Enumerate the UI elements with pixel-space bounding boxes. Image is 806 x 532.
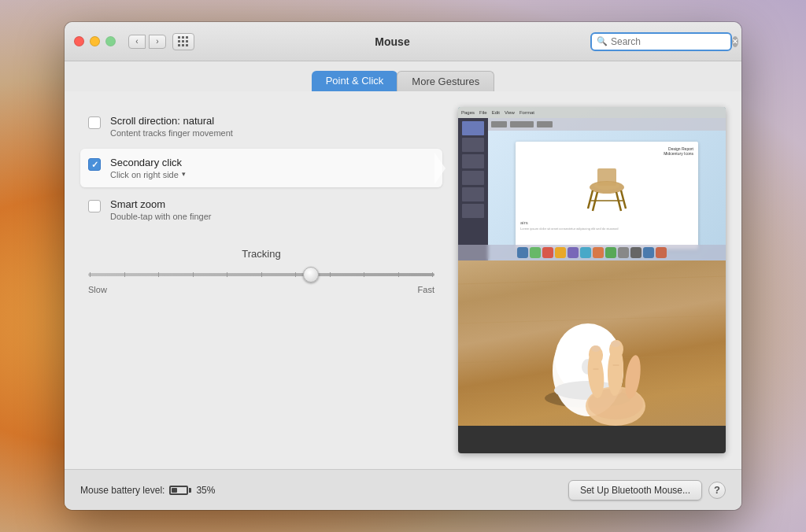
smart-zoom-option: Smart zoom Double-tap with one finger (80, 190, 442, 229)
search-clear-button[interactable]: ✕ (732, 36, 738, 47)
chair-image (575, 157, 638, 220)
bluetooth-button[interactable]: Set Up Bluetooth Mouse... (568, 480, 702, 501)
mouse-photo (458, 260, 726, 426)
battery-label: Mouse battery level: (80, 485, 165, 496)
title-bar: ‹ › Mouse 🔍 ✕ (65, 22, 741, 61)
main-content: Scroll direction: natural Content tracks… (65, 91, 741, 469)
svg-line-2 (588, 190, 593, 209)
nav-buttons: ‹ › (128, 35, 166, 49)
arrow-pointer-shape (434, 153, 446, 184)
help-button[interactable]: ? (708, 482, 726, 499)
svg-line-3 (621, 190, 626, 209)
sidebar-preview (458, 118, 488, 260)
smart-zoom-checkbox[interactable] (88, 200, 101, 212)
forward-button[interactable]: › (149, 35, 166, 49)
search-input[interactable] (611, 36, 729, 47)
svg-line-4 (593, 192, 597, 211)
scroll-direction-option: Scroll direction: natural Content tracks… (80, 107, 442, 146)
svg-line-9 (458, 316, 726, 323)
svg-line-8 (458, 276, 726, 284)
battery-body (169, 486, 188, 495)
checkmark-icon: ✓ (91, 161, 98, 169)
svg-point-28 (611, 341, 620, 347)
battery-icon (169, 486, 191, 495)
scroll-direction-checkbox[interactable] (88, 116, 101, 129)
tracking-slider-track (88, 268, 434, 282)
dock-preview (458, 245, 726, 260)
battery-tip (189, 488, 191, 493)
tracking-label: Tracking (88, 248, 434, 260)
screen-preview: Pages File Edit View Format (458, 107, 726, 260)
slider-container: Slow Fast (88, 268, 434, 294)
smart-zoom-title: Smart zoom (110, 198, 434, 210)
svg-point-27 (591, 345, 601, 352)
tracking-section: Tracking (80, 248, 442, 294)
dropdown-arrow-icon[interactable]: ▾ (182, 170, 186, 178)
close-button[interactable] (74, 36, 84, 46)
smart-zoom-subtitle: Double-tap with one finger (110, 212, 434, 221)
scroll-direction-subtitle: Content tracks finger movement (110, 128, 434, 138)
grid-button[interactable] (172, 33, 194, 50)
right-panel: Pages File Edit View Format (458, 107, 726, 453)
content-body: Scroll direction: natural Content tracks… (65, 91, 741, 469)
secondary-click-checkbox[interactable]: ✓ (88, 158, 101, 171)
bottom-bar: Mouse battery level: 35% Set Up Bluetoot… (65, 469, 741, 510)
svg-line-5 (616, 192, 621, 211)
minimize-button[interactable] (90, 36, 100, 46)
slider-slow-label: Slow (88, 285, 107, 294)
search-icon: 🔍 (597, 36, 608, 46)
hand-mouse-illustration (458, 260, 726, 426)
tab-more-gestures[interactable]: More Gestures (397, 71, 494, 91)
battery-area: Mouse battery level: 35% (80, 485, 215, 496)
grid-icon (178, 36, 189, 47)
page-content-preview: Design ReportMidcentury Icons (488, 118, 726, 260)
secondary-click-title: Secondary click (110, 157, 419, 168)
secondary-click-option: ✓ Secondary click Click on right side ▾ (80, 149, 442, 187)
back-button[interactable]: ‹ (128, 35, 146, 49)
bottom-actions: Set Up Bluetooth Mouse... ? (568, 480, 726, 501)
tab-point-click[interactable]: Point & Click (312, 71, 398, 91)
main-window: ‹ › Mouse 🔍 ✕ Point & Click More Gesture… (65, 22, 741, 510)
tabs-area: Point & Click More Gestures (65, 61, 741, 91)
svg-point-7 (594, 182, 619, 190)
search-bar[interactable]: 🔍 ✕ (590, 32, 732, 51)
slider-fast-label: Fast (418, 285, 434, 294)
window-title: Mouse (194, 35, 590, 48)
battery-percent: 35% (196, 485, 215, 496)
battery-fill (172, 488, 176, 493)
tracking-slider-thumb[interactable] (303, 267, 319, 283)
maximize-button[interactable] (105, 36, 116, 46)
slider-labels: Slow Fast (88, 285, 434, 294)
secondary-click-subtitle: Click on right side (110, 170, 179, 179)
left-panel: Scroll direction: natural Content tracks… (80, 107, 458, 453)
scroll-direction-title: Scroll direction: natural (110, 115, 434, 127)
traffic-lights (74, 36, 116, 46)
